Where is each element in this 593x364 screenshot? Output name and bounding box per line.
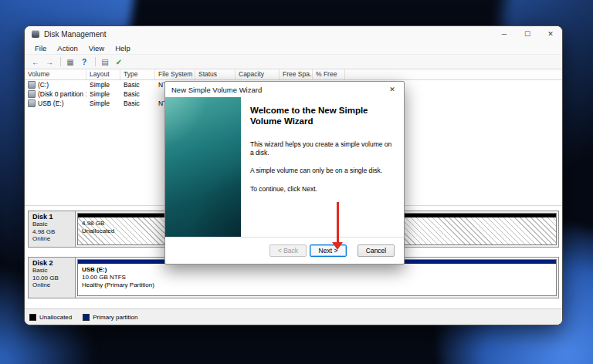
col-capacity[interactable]: Capacity	[236, 69, 280, 79]
wizard-title: New Simple Volume Wizard	[171, 86, 262, 94]
toolbar-separator	[60, 57, 61, 66]
wizard-body: Welcome to the New Simple Volume Wizard …	[165, 97, 404, 237]
window-title: Disk Management	[44, 30, 107, 39]
menu-view[interactable]: View	[83, 44, 110, 52]
wizard-banner-image	[165, 97, 241, 237]
wizard-paragraph: A simple volume can only be on a single …	[250, 167, 393, 175]
partition-status: Healthy (Primary Partition)	[82, 281, 154, 289]
legend-label: Unallocated	[39, 314, 72, 321]
volume-type: Basic	[120, 99, 155, 107]
legend-bar: Unallocated Primary partition	[25, 308, 562, 325]
volume-name: (Disk 0 partition 1)	[38, 90, 86, 98]
menu-file[interactable]: File	[29, 44, 52, 52]
disk-size: 10.00 GB	[32, 275, 75, 282]
disk1-label[interactable]: Disk 1 Basic 4.98 GB Online	[28, 211, 76, 248]
minimize-button[interactable]: ─	[493, 26, 516, 42]
col-status[interactable]: Status	[195, 69, 236, 79]
unallocated-swatch	[29, 314, 36, 321]
menu-help[interactable]: Help	[110, 44, 136, 52]
next-button[interactable]: Next >	[310, 244, 347, 257]
title-bar[interactable]: Disk Management ─ ☐ ✕	[25, 26, 562, 42]
volume-type: Basic	[120, 90, 155, 98]
partition-size: 4.98 GB	[82, 220, 114, 228]
wizard-heading: Welcome to the New Simple Volume Wizard	[250, 105, 393, 126]
window-controls: ─ ☐ ✕	[493, 26, 562, 42]
col-layout[interactable]: Layout	[86, 69, 120, 79]
disk2-primary-partition[interactable]: USB (E:) 10.00 GB NTFS Healthy (Primary …	[77, 259, 557, 296]
forward-icon[interactable]: →	[43, 56, 56, 67]
legend-unallocated: Unallocated	[29, 314, 72, 321]
maximize-button[interactable]: ☐	[516, 26, 539, 42]
legend-label: Primary partition	[93, 314, 137, 321]
disk-bus: Basic	[32, 267, 75, 275]
properties-icon[interactable]: ▤	[99, 56, 111, 67]
col-percentfree[interactable]: % Free	[313, 69, 345, 79]
back-icon[interactable]: ←	[29, 56, 42, 67]
wizard-content: Welcome to the New Simple Volume Wizard …	[241, 97, 404, 237]
volume-layout: Simple	[86, 90, 120, 98]
check-icon[interactable]: ✓	[113, 56, 125, 67]
disk2-label[interactable]: Disk 2 Basic 10.00 GB Online	[28, 257, 76, 298]
disk-bus: Basic	[32, 221, 75, 228]
col-type[interactable]: Type	[120, 69, 155, 79]
disk-name: Disk 2	[32, 259, 75, 267]
disk-size: 4.98 GB	[32, 228, 75, 236]
wizard-title-bar[interactable]: New Simple Volume Wizard ✕	[165, 82, 404, 97]
volume-icon	[28, 90, 36, 98]
cancel-button[interactable]: Cancel	[357, 244, 395, 257]
new-simple-volume-wizard: New Simple Volume Wizard ✕ Welcome to th…	[164, 81, 405, 265]
desktop: Disk Management ─ ☐ ✕ File Action View H…	[0, 0, 593, 364]
primary-swatch	[83, 314, 90, 321]
legend-primary-partition: Primary partition	[83, 314, 137, 321]
list-header: Volume Layout Type File System Status Ca…	[25, 69, 562, 80]
volume-icon	[28, 99, 36, 107]
wizard-paragraph: To continue, click Next.	[250, 185, 393, 194]
col-freespace[interactable]: Free Spa...	[280, 69, 313, 79]
partition-title: USB (E:)	[82, 266, 154, 274]
disk-management-icon	[32, 30, 39, 38]
toolbar: ← → ▦ ? ▤ ✓	[25, 55, 562, 69]
partition-size: 10.00 GB NTFS	[82, 274, 154, 281]
toolbar-separator	[95, 57, 96, 66]
back-button[interactable]: < Back	[269, 244, 307, 257]
col-volume[interactable]: Volume	[25, 69, 86, 79]
wizard-button-bar: < Back Next > Cancel	[165, 237, 404, 264]
disk-status: Online	[32, 281, 75, 289]
close-button[interactable]: ✕	[539, 26, 562, 42]
partition-status: Unallocated	[82, 228, 114, 235]
volume-layout: Simple	[86, 81, 120, 89]
help-icon[interactable]: ?	[78, 56, 90, 67]
volume-layout: Simple	[86, 99, 120, 107]
col-filesystem[interactable]: File System	[155, 69, 195, 79]
disk-name: Disk 1	[32, 213, 75, 221]
volume-icon	[28, 81, 36, 89]
console-tree-icon[interactable]: ▦	[64, 56, 76, 67]
wizard-paragraph: This wizard helps you create a simple vo…	[250, 140, 393, 157]
volume-type: Basic	[120, 81, 155, 89]
disk-status: Online	[32, 235, 75, 243]
menu-action[interactable]: Action	[52, 44, 83, 52]
wizard-close-button[interactable]: ✕	[381, 82, 404, 97]
menu-bar: File Action View Help	[25, 42, 562, 55]
volume-name: USB (E:)	[38, 99, 64, 107]
volume-name: (C:)	[38, 81, 49, 89]
